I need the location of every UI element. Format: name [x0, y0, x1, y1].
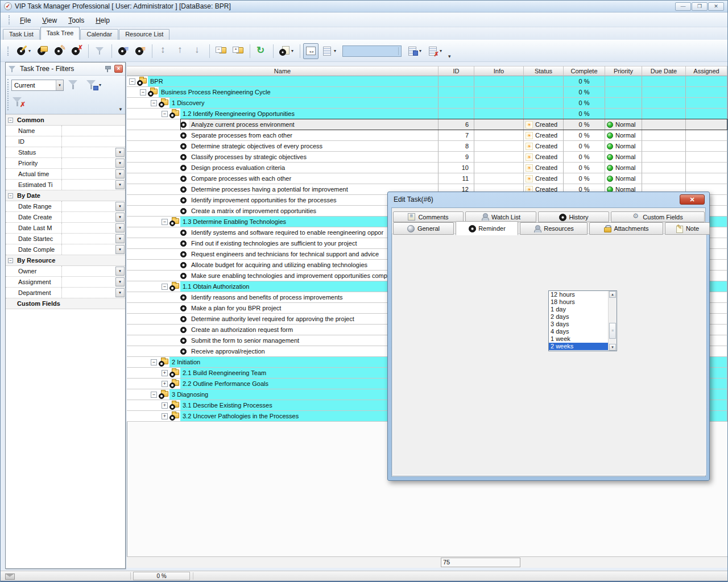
expand-icon[interactable]: + — [162, 402, 168, 409]
column-header-status[interactable]: Status — [524, 66, 564, 76]
chevron-down-icon[interactable]: ▼ — [115, 180, 125, 189]
filter-section-by-date[interactable]: −By Date — [6, 190, 125, 201]
chevron-down-icon[interactable]: ▼ — [56, 80, 63, 90]
menu-tools[interactable]: Tools — [63, 15, 89, 26]
pin-icon[interactable] — [105, 65, 111, 73]
chevron-down-icon[interactable]: ▼ — [115, 202, 125, 211]
dropdown-option-12-hours[interactable]: 12 hours — [549, 291, 617, 298]
collapse-icon[interactable]: − — [162, 219, 168, 225]
column-header-id[interactable]: ID — [439, 66, 474, 76]
chevron-down-icon[interactable]: ▼ — [115, 223, 125, 232]
menu-help[interactable]: Help — [90, 15, 115, 26]
expand-all-button[interactable] — [230, 43, 246, 59]
scroll-down-icon[interactable]: ▼ — [609, 344, 616, 351]
title-bar[interactable]: ✓ VIP Task Manager Professional [ User: … — [1, 1, 727, 13]
apply-filter-button[interactable] — [67, 79, 80, 90]
task-row[interactable]: Compare processes with each other11☀Crea… — [127, 173, 727, 184]
chevron-down-icon[interactable]: ▼ — [115, 159, 125, 168]
column-header-assigned[interactable]: Assigned — [686, 66, 727, 76]
tab-task-list[interactable]: Task List — [3, 29, 40, 40]
dropdown-scrollbar[interactable]: ▲ ≡ ▼ — [608, 291, 617, 351]
save-layout-button[interactable]: ▾ — [404, 43, 424, 59]
chevron-down-icon[interactable]: ▾ — [419, 48, 421, 53]
customize-columns-button[interactable]: ▾ — [319, 43, 339, 59]
filter-field-value[interactable]: ▼ — [61, 288, 125, 298]
filter-field-value[interactable]: ▼ — [61, 244, 125, 255]
restore-button[interactable]: ❐ — [692, 2, 708, 11]
filter-field-value[interactable]: ▼ — [61, 147, 125, 157]
dialog-tab-custom-fields[interactable]: Custom Fields — [611, 211, 705, 222]
column-header-priority[interactable]: Priority — [605, 66, 642, 76]
scrollbar-thumb[interactable]: ≡ — [609, 323, 616, 339]
assign-resource-button[interactable] — [115, 43, 131, 59]
filter-field-value[interactable] — [61, 126, 125, 136]
tab-task-tree[interactable]: Task Tree — [40, 27, 80, 40]
add-subtask-button[interactable] — [34, 43, 51, 59]
delete-layout-button[interactable]: ▾ — [425, 43, 445, 59]
dropdown-option-18-hours[interactable]: 18 hours — [549, 298, 617, 306]
dialog-tab-attachments[interactable]: Attachments — [589, 222, 663, 235]
column-header-complete[interactable]: Complete — [564, 66, 605, 76]
filter-field-value[interactable]: ▼ — [61, 201, 125, 211]
task-row[interactable]: Determine strategic objectives of every … — [127, 141, 727, 152]
chevron-down-icon[interactable]: ▾ — [28, 48, 31, 53]
filter-field-value[interactable] — [61, 136, 125, 147]
dropdown-option-4-days[interactable]: 4 days — [549, 328, 617, 335]
minimize-button[interactable]: — — [675, 2, 691, 11]
filter-preset-combobox[interactable]: Current ▼ — [11, 80, 64, 91]
chevron-down-icon[interactable]: ▼ — [115, 169, 125, 178]
filter-panel-close-button[interactable]: × — [114, 65, 123, 73]
dropdown-option-2-weeks[interactable]: 2 weeks — [549, 343, 617, 350]
filter-toolbar-more-button[interactable]: ▼ — [118, 107, 123, 112]
collapse-icon[interactable]: − — [162, 111, 168, 117]
chevron-down-icon[interactable]: ▼ — [115, 288, 125, 297]
task-row[interactable]: −Business Process Reengineering Cycle0 % — [127, 87, 727, 98]
dialog-titlebar[interactable]: Edit Task(#6) — [388, 192, 709, 207]
move-up-button[interactable] — [172, 43, 189, 59]
delete-task-button[interactable] — [68, 43, 85, 59]
collapse-icon[interactable]: − — [8, 258, 13, 263]
expand-icon[interactable]: + — [162, 370, 168, 376]
task-row[interactable]: −1.2 Identify Reengineering Opportunitie… — [127, 109, 727, 119]
dialog-tab-note[interactable]: Note — [665, 222, 710, 235]
dialog-close-button[interactable]: ✕ — [680, 194, 705, 205]
chevron-down-icon[interactable]: ▼ — [115, 245, 125, 254]
filter-section-custom-fields[interactable]: Custom Fields — [6, 298, 125, 309]
collapse-all-button[interactable] — [213, 43, 229, 59]
print-button[interactable]: ▾ — [276, 43, 296, 59]
filter-field-value[interactable]: ▼ — [61, 180, 125, 190]
task-row[interactable]: −BPR0 % — [127, 76, 727, 87]
toolbar-options-button[interactable]: ▾ — [445, 53, 454, 59]
dialog-tab-comments[interactable]: Comments — [393, 211, 464, 222]
filter-field-value[interactable]: ▼ — [61, 223, 125, 233]
move-task-button[interactable] — [155, 43, 172, 59]
close-button[interactable]: ✕ — [708, 2, 724, 11]
chevron-down-icon[interactable]: ▾ — [334, 48, 336, 53]
collapse-icon[interactable]: − — [129, 78, 135, 85]
filter-field-value[interactable]: ▼ — [61, 266, 125, 276]
chevron-down-icon[interactable]: ▼ — [115, 267, 125, 276]
chevron-down-icon[interactable]: ▼ — [115, 148, 125, 157]
task-row[interactable]: Design process evaluation criteria10☀Cre… — [127, 163, 727, 173]
move-down-button[interactable] — [189, 43, 206, 59]
scroll-up-icon[interactable]: ▲ — [609, 291, 616, 298]
dropdown-option-2-days[interactable]: 2 days — [549, 313, 617, 321]
column-header-name[interactable]: Name — [127, 66, 439, 76]
expand-icon[interactable]: + — [162, 413, 168, 419]
collapse-icon[interactable]: − — [162, 284, 168, 290]
dropdown-option-1-week[interactable]: 1 week — [549, 335, 617, 343]
dropdown-option-1-day[interactable]: 1 day — [549, 306, 617, 313]
task-row[interactable]: Classify processes by strategic objectiv… — [127, 152, 727, 163]
chevron-down-icon[interactable]: ▼ — [115, 234, 125, 243]
chevron-down-icon[interactable]: ▾ — [291, 48, 293, 53]
refresh-button[interactable] — [253, 43, 270, 59]
filter-section-common[interactable]: −Common — [6, 115, 125, 126]
dialog-tab-general[interactable]: General — [393, 222, 454, 235]
tab-calendar[interactable]: Calendar — [80, 29, 118, 40]
task-row[interactable]: −1 Discovery0 % — [127, 98, 727, 109]
dropdown-option-3-days[interactable]: 3 days — [549, 321, 617, 328]
filter-field-value[interactable]: ▼ — [61, 277, 125, 287]
chevron-down-icon[interactable]: ▼ — [115, 277, 125, 286]
edit-task-button[interactable] — [51, 43, 68, 59]
task-priority-button[interactable] — [132, 43, 148, 59]
